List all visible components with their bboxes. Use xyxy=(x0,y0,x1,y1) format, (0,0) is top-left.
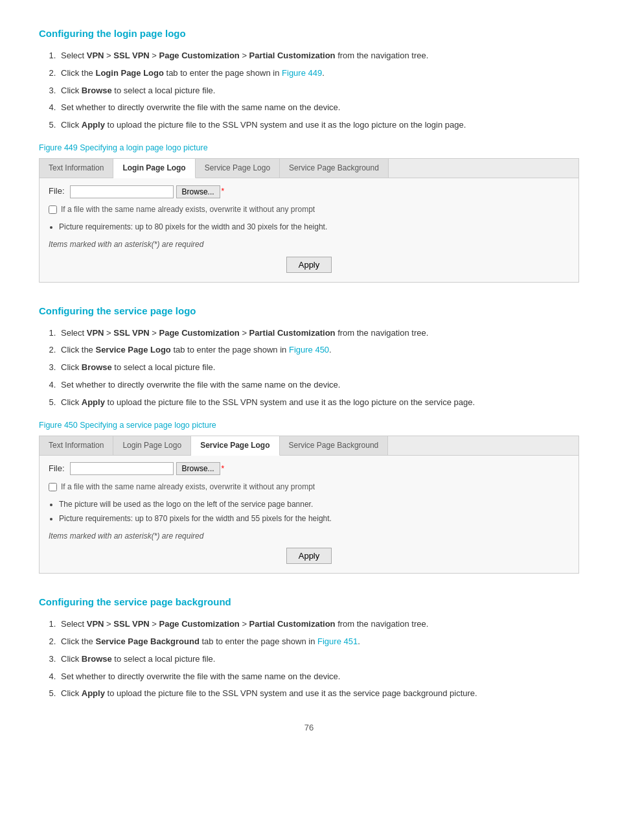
fig451-link[interactable]: Figure 451 xyxy=(317,636,358,646)
section-title-service-logo: Configuring the service page logo xyxy=(39,303,579,319)
file-row-2: File: Browse... * xyxy=(49,462,569,476)
step-svclogo-1: Select VPN > SSL VPN > Page Customizatio… xyxy=(58,327,579,340)
file-input-1[interactable] xyxy=(70,185,174,198)
step-svcbg-2: Click the Service Page Background tab to… xyxy=(58,635,579,649)
tab-service-page-bg-1[interactable]: Service Page Background xyxy=(280,159,389,178)
file-input-2[interactable] xyxy=(70,462,174,475)
step-svcbg-5: Click Apply to upload the picture file t… xyxy=(58,687,579,701)
note-2-1: The picture will be used as the logo on … xyxy=(59,498,569,511)
notes-2: The picture will be used as the logo on … xyxy=(59,498,569,525)
file-label-1: File: xyxy=(49,185,65,198)
note-2-2: Picture requirements: up to 870 pixels f… xyxy=(59,513,569,525)
page-number: 76 xyxy=(39,721,579,735)
apply-button-2[interactable]: Apply xyxy=(286,548,332,564)
tab-text-info-1[interactable]: Text Information xyxy=(40,159,113,178)
browse-button-1[interactable]: Browse... xyxy=(176,185,220,198)
items-required-2: Items marked with an asterisk(*) are req… xyxy=(49,530,569,542)
step-login-3: Click Browse to select a local picture f… xyxy=(58,84,579,98)
fig450-link[interactable]: Figure 450 xyxy=(289,345,329,355)
asterisk-1: * xyxy=(222,185,225,198)
checkbox-row-1: If a file with the same name already exi… xyxy=(49,204,569,216)
tab-service-page-logo-2[interactable]: Service Page Logo xyxy=(191,436,279,456)
steps-service-bg: Select VPN > SSL VPN > Page Customizatio… xyxy=(58,618,579,701)
section-login-page-logo: Configuring the login page logo Select V… xyxy=(39,26,579,283)
note-1-1: Picture requirements: up to 80 pixels fo… xyxy=(59,221,569,233)
checkbox-label-2: If a file with the same name already exi… xyxy=(61,481,315,493)
figure449-box: Text Information Login Page Logo Service… xyxy=(39,158,579,283)
figure450-box: Text Information Login Page Logo Service… xyxy=(39,436,579,574)
steps-service-logo: Select VPN > SSL VPN > Page Customizatio… xyxy=(58,327,579,410)
figure450-content: File: Browse... * If a file with the sam… xyxy=(40,456,578,574)
step-login-5: Click Apply to upload the picture file t… xyxy=(58,119,579,132)
figure449-title: Figure 449 Specifying a login page logo … xyxy=(39,141,579,154)
section-title-service-bg: Configuring the service page background xyxy=(39,594,579,610)
step-svclogo-2: Click the Service Page Logo tab to enter… xyxy=(58,344,579,357)
apply-row-2: Apply xyxy=(49,548,569,564)
overwrite-checkbox-2[interactable] xyxy=(49,483,57,491)
step-svclogo-3: Click Browse to select a local picture f… xyxy=(58,361,579,375)
apply-button-1[interactable]: Apply xyxy=(286,257,332,273)
figure450-title: Figure 450 Specifying a service page log… xyxy=(39,419,579,432)
step-svcbg-4: Set whether to directly overwrite the fi… xyxy=(58,670,579,684)
tab-text-info-2[interactable]: Text Information xyxy=(40,436,113,455)
section-service-page-logo: Configuring the service page logo Select… xyxy=(39,303,579,574)
apply-row-1: Apply xyxy=(49,257,569,273)
tab-login-page-logo-1[interactable]: Login Page Logo xyxy=(113,159,195,178)
tab-login-page-logo-2[interactable]: Login Page Logo xyxy=(113,436,191,455)
file-label-2: File: xyxy=(49,462,65,476)
step-login-4: Set whether to directly overwrite the fi… xyxy=(58,101,579,115)
file-row-1: File: Browse... * xyxy=(49,185,569,198)
step-svclogo-5: Click Apply to upload the picture file t… xyxy=(58,396,579,410)
notes-1: Picture requirements: up to 80 pixels fo… xyxy=(59,221,569,233)
browse-button-2[interactable]: Browse... xyxy=(176,462,220,475)
steps-login: Select VPN > SSL VPN > Page Customizatio… xyxy=(58,49,579,132)
tab-service-page-bg-2[interactable]: Service Page Background xyxy=(280,436,389,455)
step-svcbg-1: Select VPN > SSL VPN > Page Customizatio… xyxy=(58,618,579,631)
figure449-content: File: Browse... * If a file with the sam… xyxy=(40,178,578,281)
section-title-login: Configuring the login page logo xyxy=(39,26,579,41)
step-svclogo-4: Set whether to directly overwrite the fi… xyxy=(58,379,579,392)
tab-service-page-logo-1[interactable]: Service Page Logo xyxy=(196,159,280,178)
section-service-page-background: Configuring the service page background … xyxy=(39,594,579,701)
step-svcbg-3: Click Browse to select a local picture f… xyxy=(58,653,579,666)
figure449-tabs: Text Information Login Page Logo Service… xyxy=(40,159,578,178)
step-login-1: Select VPN > SSL VPN > Page Customizatio… xyxy=(58,49,579,63)
figure450-tabs: Text Information Login Page Logo Service… xyxy=(40,436,578,456)
checkbox-row-2: If a file with the same name already exi… xyxy=(49,481,569,493)
asterisk-2: * xyxy=(222,463,225,475)
fig449-link[interactable]: Figure 449 xyxy=(282,68,322,78)
checkbox-label-1: If a file with the same name already exi… xyxy=(61,204,315,216)
overwrite-checkbox-1[interactable] xyxy=(49,205,57,214)
items-required-1: Items marked with an asterisk(*) are req… xyxy=(49,239,569,251)
step-login-2: Click the Login Page Logo tab to enter t… xyxy=(58,67,579,80)
page-content: Configuring the login page logo Select V… xyxy=(39,26,579,735)
